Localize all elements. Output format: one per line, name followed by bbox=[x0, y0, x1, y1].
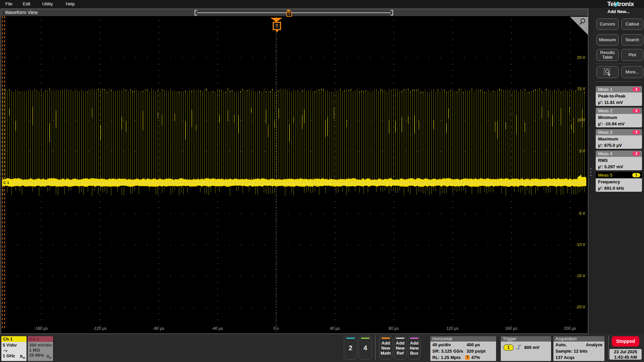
menu-bar: File Edit Utility Help bbox=[0, 0, 644, 8]
plot-button[interactable]: Plot bbox=[621, 49, 643, 61]
meas4-source-badge: 3 bbox=[632, 152, 640, 156]
tektronix-logo: Tektronix bbox=[598, 0, 643, 8]
add-bus-label: Add New Bus bbox=[408, 341, 420, 356]
bandwidth-limit-icon: BW bbox=[20, 354, 25, 360]
add-ref-label: Add New Ref bbox=[394, 341, 406, 356]
trigger-level: 800 mV bbox=[524, 344, 540, 351]
channel2-color-strip bbox=[346, 338, 355, 339]
meas2-value: µ': -10.94 mV bbox=[598, 121, 642, 127]
meas4-badge-panel[interactable]: Meas 4 3 RMS µ': 5.297 mV bbox=[596, 150, 642, 170]
datetime-display: 23 Jul 2025 1:43:45 AM bbox=[609, 349, 642, 360]
meas5-header: Meas 5 1 bbox=[596, 172, 642, 178]
waveform-canvas[interactable] bbox=[1, 16, 588, 333]
grip-dot bbox=[590, 175, 591, 176]
date-label: 23 Jul 2025 bbox=[609, 349, 642, 355]
meas1-value: µ': 11.81 mV bbox=[598, 99, 642, 106]
bottom-bar-divider bbox=[608, 335, 609, 360]
meas3-type: Maximum bbox=[598, 136, 642, 142]
panel-resize-grip[interactable] bbox=[589, 8, 593, 334]
horizontal-body: 40 µs/div 400 µs SR: 3.125 GS/s 320 ps/p… bbox=[430, 342, 496, 361]
acquisition-panel[interactable]: Acquisition Auto, Analyze Sample: 12 bit… bbox=[553, 336, 604, 361]
trigger-panel[interactable]: Trigger 1 800 mV bbox=[501, 336, 551, 361]
meas1-header: Meas 1 3 bbox=[596, 86, 642, 93]
trigger-title: Trigger bbox=[501, 336, 551, 342]
add-new-heading: Add New... bbox=[593, 9, 644, 14]
results-table-button[interactable]: Results Table bbox=[596, 49, 619, 61]
probe-icon bbox=[3, 348, 8, 352]
trigger-body: 1 800 mV bbox=[501, 342, 551, 361]
meas3-badge-panel[interactable]: Meas 3 3 Maximum µ': 875.0 µV bbox=[596, 129, 642, 149]
menu-file[interactable]: File bbox=[5, 1, 12, 6]
add-new-bus-button[interactable]: Add New Bus bbox=[408, 336, 421, 360]
horizontal-scale: 40 µs/div bbox=[432, 342, 451, 348]
meas2-badge-panel[interactable]: Meas 2 3 Minimum µ': -10.94 mV bbox=[596, 108, 642, 127]
channel1-scale: 5 V/div bbox=[3, 343, 26, 348]
meas3-name: Meas 3 bbox=[598, 130, 612, 135]
meas4-value: µ': 5.297 mV bbox=[598, 164, 642, 170]
measure-button[interactable]: Measure bbox=[596, 34, 619, 46]
horizontal-panel[interactable]: Horizontal 40 µs/div 400 µs SR: 3.125 GS… bbox=[430, 336, 496, 361]
zoom-selection-button[interactable] bbox=[596, 66, 619, 78]
channel1-settings: 5 V/div 1 GHz BW bbox=[1, 342, 26, 361]
callout-button[interactable]: Callout bbox=[621, 18, 643, 30]
acquisition-body: Auto, Analyze Sample: 12 bits 137 Acqs bbox=[553, 342, 604, 361]
menu-utility[interactable]: Utility bbox=[42, 1, 53, 6]
minimap-track bbox=[197, 12, 391, 13]
bus-color-strip bbox=[410, 338, 419, 339]
meas5-badge-panel[interactable]: Meas 5 1 Frequency µ': 691.0 kHz bbox=[596, 172, 642, 192]
channel1-name: Ch 1 bbox=[1, 336, 26, 342]
rising-edge-icon bbox=[516, 344, 522, 350]
meas4-type: RMS bbox=[598, 157, 642, 164]
meas1-name: Meas 1 bbox=[598, 87, 612, 92]
trigger-position-percent: 47% bbox=[471, 354, 480, 361]
horizontal-position-minimap[interactable]: T bbox=[195, 10, 393, 15]
meas3-header: Meas 3 3 bbox=[596, 129, 642, 135]
meas5-body: Frequency µ': 691.0 kHz bbox=[596, 178, 642, 192]
meas2-body: Minimum µ': -10.94 mV bbox=[596, 114, 642, 127]
bandwidth-limit-icon: BW bbox=[46, 354, 52, 360]
meas4-header: Meas 4 3 bbox=[596, 150, 642, 157]
waveform-view-window: Waveform View T 20 V15 V10 V5 V0 V-5 V-1… bbox=[1, 9, 588, 334]
meas3-body: Maximum µ': 875.0 µV bbox=[596, 135, 642, 149]
trigger-position-marker[interactable]: T bbox=[273, 22, 281, 30]
add-channel4-button[interactable]: 4 bbox=[359, 336, 372, 360]
trigger-level-arrow-icon[interactable] bbox=[577, 175, 581, 181]
search-button[interactable]: Search bbox=[621, 34, 643, 46]
acquisition-count: 137 Acqs bbox=[555, 354, 575, 361]
ref-color-strip bbox=[396, 338, 405, 339]
run-status-indicator: Stopped bbox=[612, 336, 639, 347]
add-channel2-button[interactable]: 2 bbox=[344, 336, 357, 360]
meas5-type: Frequency bbox=[598, 179, 642, 185]
sample-resolution: 320 ps/pt bbox=[467, 348, 485, 354]
meas3-source-badge: 3 bbox=[632, 130, 640, 134]
trigger-position-marker-tail bbox=[275, 30, 279, 33]
meas4-name: Meas 4 bbox=[598, 151, 612, 156]
menu-edit[interactable]: Edit bbox=[23, 1, 30, 6]
sidebar-separator bbox=[596, 81, 641, 82]
bottom-settings-bar: Ch 1 5 V/div 1 GHz BW Ch 3 200 mV/div 1 … bbox=[0, 334, 644, 362]
waveform-view-title: Waveform View bbox=[5, 10, 38, 15]
magnifier-icon bbox=[579, 18, 587, 26]
horizontal-title: Horizontal bbox=[430, 336, 496, 342]
trigger-level-arrow-shaft bbox=[581, 177, 586, 179]
horizontal-span: 400 µs bbox=[467, 342, 480, 348]
channel1-badge[interactable]: Ch 1 5 V/div 1 GHz BW bbox=[1, 336, 26, 361]
trigger-source-badge: 1 bbox=[503, 345, 514, 351]
channel2-label: 2 bbox=[344, 344, 357, 352]
more-button[interactable]: More... bbox=[621, 66, 643, 78]
cursors-button[interactable]: Cursors bbox=[596, 18, 619, 30]
channel4-label: 4 bbox=[359, 344, 372, 352]
meas2-header: Meas 2 3 bbox=[596, 108, 642, 114]
channel3-scale: 200 mV/div bbox=[29, 343, 53, 348]
acquisition-mode: Auto, bbox=[555, 342, 567, 348]
record-length: RL: 1.25 Mpts bbox=[432, 354, 461, 361]
trigger-position-icon: T bbox=[465, 355, 470, 360]
add-new-ref-button[interactable]: Add New Ref bbox=[394, 336, 407, 360]
menu-help[interactable]: Help bbox=[66, 1, 75, 6]
meas1-badge-panel[interactable]: Meas 1 3 Peak-to-Peak µ': 11.81 mV bbox=[596, 86, 642, 106]
channel3-badge[interactable]: Ch 3 200 mV/div 1 MΩ 20 MHz BW bbox=[28, 336, 53, 361]
add-new-math-button[interactable]: Add New Math bbox=[379, 336, 392, 360]
add-math-label: Add New Math bbox=[379, 341, 392, 356]
meas5-name: Meas 5 bbox=[598, 173, 612, 178]
right-sidebar: Add New... Cursors Callout Measure Searc… bbox=[593, 8, 644, 334]
